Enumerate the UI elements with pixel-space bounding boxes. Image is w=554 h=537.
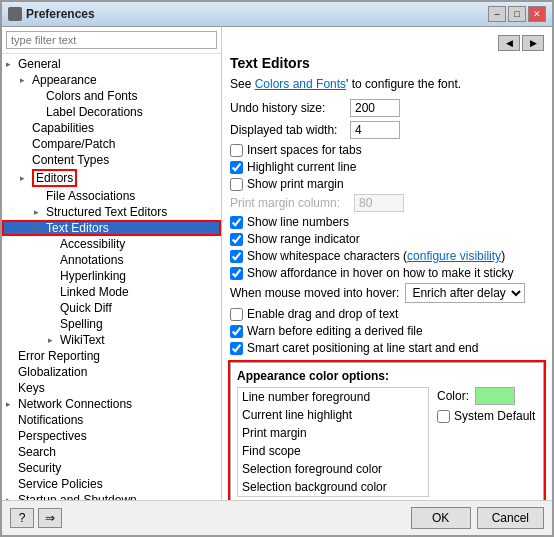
tree-item-security[interactable]: Security [2, 460, 221, 476]
tree-item-label-decorations[interactable]: Label Decorations [2, 104, 221, 120]
show-whitespace-label: Show whitespace characters (configure vi… [247, 249, 505, 263]
undo-input[interactable] [350, 99, 400, 117]
tree-label: Linked Mode [60, 285, 129, 299]
show-print-label: Show print margin [247, 177, 344, 191]
enable-drag-checkbox[interactable] [230, 308, 243, 321]
help2-button[interactable]: ⇒ [38, 508, 62, 528]
subtitle-text: See [230, 77, 255, 91]
tree-item-network-connections[interactable]: ▸Network Connections [2, 396, 221, 412]
show-line-row: Show line numbers [230, 215, 544, 229]
tree-item-globalization[interactable]: Globalization [2, 364, 221, 380]
ok-button[interactable]: OK [411, 507, 471, 529]
print-margin-row: Print margin column: [230, 194, 544, 212]
tree-item-wikitext[interactable]: ▸WikiText [2, 332, 221, 348]
color-item-find-scope[interactable]: Find scope [238, 442, 428, 460]
smart-caret-row: Smart caret positioning at line start an… [230, 341, 544, 355]
show-affordance-row: Show affordance in hover on how to make … [230, 266, 544, 280]
highlight-line-checkbox[interactable] [230, 161, 243, 174]
tree-label: Content Types [32, 153, 109, 167]
tree-item-appearance[interactable]: ▸Appearance [2, 72, 221, 88]
tree-item-quick-diff[interactable]: Quick Diff [2, 300, 221, 316]
tree-item-linked-mode[interactable]: Linked Mode [2, 284, 221, 300]
show-whitespace-checkbox[interactable] [230, 250, 243, 263]
color-list: Line number foregroundCurrent line highl… [237, 387, 429, 497]
filter-input[interactable] [6, 31, 217, 49]
appearance-section-label: Appearance color options: [237, 369, 537, 383]
tree-item-general[interactable]: ▸General [2, 56, 221, 72]
show-affordance-checkbox[interactable] [230, 267, 243, 280]
minimize-button[interactable]: – [488, 6, 506, 22]
warn-before-label: Warn before editing a derived file [247, 324, 423, 338]
tree-item-perspectives[interactable]: Perspectives [2, 428, 221, 444]
nav-fwd-button[interactable]: ▶ [522, 35, 544, 51]
tree-arrow: ▸ [6, 59, 18, 69]
tree-item-search[interactable]: Search [2, 444, 221, 460]
show-affordance-label: Show affordance in hover on how to make … [247, 266, 514, 280]
tree-label: General [18, 57, 61, 71]
print-margin-input [354, 194, 404, 212]
show-range-checkbox[interactable] [230, 233, 243, 246]
tab-input[interactable] [350, 121, 400, 139]
smart-caret-checkbox[interactable] [230, 342, 243, 355]
tree-label: File Associations [46, 189, 135, 203]
tree-label: WikiText [60, 333, 105, 347]
color-item-line-number[interactable]: Line number foreground [238, 388, 428, 406]
tree-item-startup-shutdown[interactable]: ▸Startup and Shutdown [2, 492, 221, 500]
color-item-current-line[interactable]: Current line highlight [238, 406, 428, 424]
panel-title: Text Editors [230, 55, 544, 71]
window-title: Preferences [26, 7, 95, 21]
show-range-label: Show range indicator [247, 232, 360, 246]
color-row: Color: [437, 387, 537, 405]
configure-visibility-link[interactable]: configure visibility [407, 249, 501, 263]
color-right: Color: System Default [437, 387, 537, 497]
show-line-numbers-checkbox[interactable] [230, 216, 243, 229]
subtitle-after: ' to configure the font. [346, 77, 461, 91]
color-item-selection-bg[interactable]: Selection background color [238, 478, 428, 496]
tree-item-content-types[interactable]: Content Types [2, 152, 221, 168]
tree: ▸General▸AppearanceColors and FontsLabel… [2, 54, 221, 500]
tree-item-hyperlinking[interactable]: Hyperlinking [2, 268, 221, 284]
cancel-button[interactable]: Cancel [477, 507, 544, 529]
title-bar-buttons: – □ ✕ [488, 6, 546, 22]
tree-item-editors[interactable]: ▸Editors [2, 168, 221, 188]
color-item-print-margin[interactable]: Print margin [238, 424, 428, 442]
tree-item-notifications[interactable]: Notifications [2, 412, 221, 428]
tree-item-keys[interactable]: Keys [2, 380, 221, 396]
tree-item-annotations[interactable]: Annotations [2, 252, 221, 268]
tree-item-spelling[interactable]: Spelling [2, 316, 221, 332]
tree-item-colors-fonts[interactable]: Colors and Fonts [2, 88, 221, 104]
tree-item-accessibility[interactable]: Accessibility [2, 236, 221, 252]
close-button[interactable]: ✕ [528, 6, 546, 22]
enable-drag-label: Enable drag and drop of text [247, 307, 398, 321]
tree-item-text-editors[interactable]: ▸Text Editors [2, 220, 221, 236]
warn-before-row: Warn before editing a derived file [230, 324, 544, 338]
maximize-button[interactable]: □ [508, 6, 526, 22]
show-print-checkbox[interactable] [230, 178, 243, 191]
help-button[interactable]: ? [10, 508, 34, 528]
warn-before-checkbox[interactable] [230, 325, 243, 338]
hover-select[interactable]: Enrich after delay Never enrich Always e… [405, 283, 525, 303]
tree-item-error-reporting[interactable]: Error Reporting [2, 348, 221, 364]
tree-arrow: ▸ [6, 399, 18, 409]
color-swatch[interactable] [475, 387, 515, 405]
tree-item-file-associations[interactable]: File Associations [2, 188, 221, 204]
tree-item-compare-patch[interactable]: Compare/Patch [2, 136, 221, 152]
bottom-bar: ? ⇒ OK Cancel [2, 500, 552, 535]
system-default-checkbox[interactable] [437, 410, 450, 423]
tree-item-capabilities[interactable]: Capabilities [2, 120, 221, 136]
enable-drag-row: Enable drag and drop of text [230, 307, 544, 321]
color-item-background-color[interactable]: Background color [238, 496, 428, 497]
hover-label: When mouse moved into hover: [230, 286, 399, 300]
tree-item-service-policies[interactable]: Service Policies [2, 476, 221, 492]
color-item-selection-fg[interactable]: Selection foreground color [238, 460, 428, 478]
right-panel: ◀ ▶ Text Editors See Colors and Fonts' t… [222, 27, 552, 500]
color-list-row: Line number foregroundCurrent line highl… [237, 387, 537, 497]
tree-item-structured-text-editors[interactable]: ▸Structured Text Editors [2, 204, 221, 220]
insert-spaces-label: Insert spaces for tabs [247, 143, 362, 157]
nav-back-button[interactable]: ◀ [498, 35, 520, 51]
window-icon [8, 7, 22, 21]
title-bar-left: Preferences [8, 7, 95, 21]
insert-spaces-checkbox[interactable] [230, 144, 243, 157]
colors-fonts-link[interactable]: Colors and Fonts [255, 77, 346, 91]
tree-label: Colors and Fonts [46, 89, 137, 103]
